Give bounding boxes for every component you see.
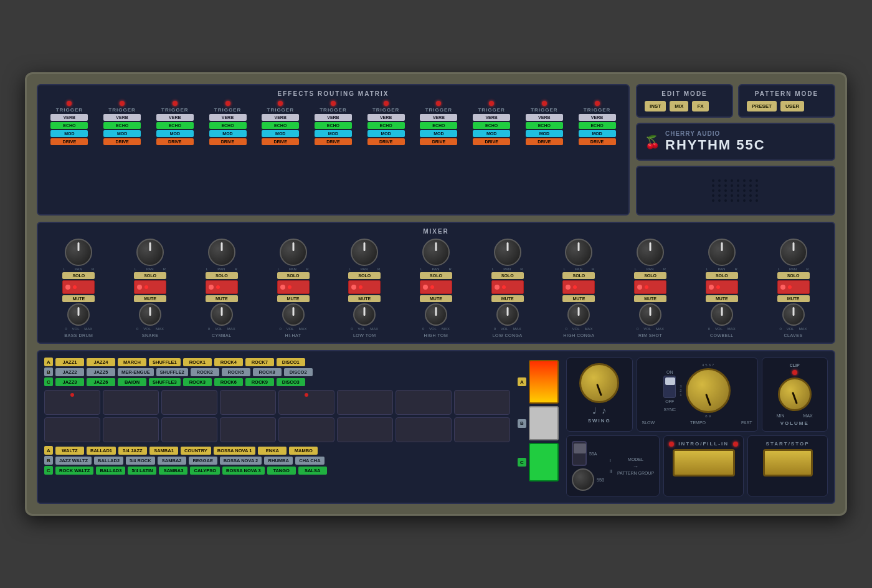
solo-rimshot[interactable]: SOLO xyxy=(634,272,666,279)
rec-btn-hihat[interactable] xyxy=(277,280,310,294)
pad-13[interactable] xyxy=(278,417,334,442)
solo-cowbell[interactable]: SOLO xyxy=(706,272,738,279)
verb-btn-6[interactable]: VERB xyxy=(315,114,352,121)
pat-jazz6[interactable]: JAZZ6 xyxy=(87,378,115,386)
pan-knob-cowbell[interactable] xyxy=(708,239,736,266)
pan-knob-bass-drum[interactable] xyxy=(65,239,92,266)
pat-rock3[interactable]: ROCK3 xyxy=(183,378,212,386)
vol-knob-cymbal[interactable] xyxy=(211,303,233,326)
pat-shuffle1[interactable]: SHUFFLE1 xyxy=(149,358,181,366)
swing-knob[interactable] xyxy=(579,363,619,403)
pat-mambo[interactable]: MAMBO xyxy=(289,447,318,455)
vol-knob-bass-drum[interactable] xyxy=(67,303,90,326)
solo-bass-drum[interactable]: SOLO xyxy=(62,272,95,279)
pat-bossanova2[interactable]: BOSSA NOVA 2 xyxy=(220,457,262,465)
mute-snare[interactable]: MUTE xyxy=(134,295,166,302)
solo-claves[interactable]: SOLO xyxy=(777,272,810,279)
verb-btn-1[interactable]: VERB xyxy=(50,114,88,121)
verb-btn-4[interactable]: VERB xyxy=(209,114,247,121)
verb-btn-2[interactable]: VERB xyxy=(103,114,141,121)
drive-btn-2[interactable]: DRIVE xyxy=(103,138,141,145)
pat-disco3[interactable]: DISCO3 xyxy=(277,378,305,386)
pad-8[interactable] xyxy=(454,390,510,415)
model-55a-switch[interactable] xyxy=(572,441,587,466)
level-b-block[interactable] xyxy=(529,406,559,440)
vol-knob-snare[interactable] xyxy=(139,303,161,326)
mod-btn-10[interactable]: MOD xyxy=(526,130,563,137)
echo-btn-7[interactable]: ECHO xyxy=(367,122,405,129)
verb-btn-9[interactable]: VERB xyxy=(473,114,510,121)
rec-btn-highconga[interactable] xyxy=(562,280,595,294)
mod-btn-9[interactable]: MOD xyxy=(473,130,510,137)
echo-btn-4[interactable]: ECHO xyxy=(209,122,247,129)
verb-btn-3[interactable]: VERB xyxy=(156,114,194,121)
pat-rock8[interactable]: ROCK8 xyxy=(253,368,282,376)
sync-toggle[interactable] xyxy=(663,376,676,398)
solo-hihat[interactable]: SOLO xyxy=(277,272,310,279)
echo-btn-8[interactable]: ECHO xyxy=(420,122,457,129)
mod-btn-6[interactable]: MOD xyxy=(315,130,352,137)
pat-jazz2[interactable]: JAZZ2 xyxy=(55,368,84,376)
volume-knob[interactable] xyxy=(778,377,812,411)
drive-btn-3[interactable]: DRIVE xyxy=(156,138,194,145)
pad-7[interactable] xyxy=(396,390,452,415)
pat-waltz[interactable]: WALTZ xyxy=(55,447,84,455)
pan-knob-lowtom[interactable] xyxy=(351,239,378,266)
rec-btn-hightom[interactable] xyxy=(420,280,452,294)
level-c-block[interactable] xyxy=(529,443,559,481)
pat-jazz1[interactable]: JAZZ1 xyxy=(55,358,84,366)
mute-rimshot[interactable]: MUTE xyxy=(634,295,666,302)
solo-snare[interactable]: SOLO xyxy=(134,272,166,279)
solo-hightom[interactable]: SOLO xyxy=(420,272,452,279)
pad-4[interactable] xyxy=(220,390,276,415)
verb-btn-8[interactable]: VERB xyxy=(420,114,457,121)
pat-rock5[interactable]: ROCK5 xyxy=(222,368,250,376)
mute-lowtom[interactable]: MUTE xyxy=(348,295,381,302)
mute-hihat[interactable]: MUTE xyxy=(277,295,310,302)
pat-disco2[interactable]: DISCO2 xyxy=(284,368,313,376)
pat-54rock[interactable]: 5/4 ROCK xyxy=(126,457,155,465)
pat-jazz3[interactable]: JAZZ3 xyxy=(55,378,84,386)
pad-5[interactable] xyxy=(278,390,334,415)
pattern-preset-btn[interactable]: PRESET xyxy=(747,101,777,111)
pan-knob-hightom[interactable] xyxy=(422,239,450,266)
pad-11[interactable] xyxy=(161,417,217,442)
echo-btn-5[interactable]: ECHO xyxy=(262,122,299,129)
pan-knob-rimshot[interactable] xyxy=(637,239,664,266)
pat-calypso[interactable]: CALYPSO xyxy=(190,467,220,475)
rec-btn-lowconga[interactable] xyxy=(491,280,524,294)
mute-cowbell[interactable]: MUTE xyxy=(706,295,738,302)
pat-reggae[interactable]: REGGAE xyxy=(189,457,217,465)
pat-enka[interactable]: ENKA xyxy=(258,447,287,455)
mod-btn-11[interactable]: MOD xyxy=(579,130,616,137)
pad-12[interactable] xyxy=(220,417,276,442)
vol-knob-rimshot[interactable] xyxy=(639,303,661,326)
pat-shuffle3[interactable]: SHUFFLE3 xyxy=(149,378,181,386)
pat-country[interactable]: COUNTRY xyxy=(181,447,211,455)
rec-btn-cymbal[interactable] xyxy=(206,280,238,294)
pat-ballad1[interactable]: BALLAD1 xyxy=(87,447,116,455)
pat-ballad2[interactable]: BALLAD2 xyxy=(94,457,123,465)
pat-march[interactable]: MARCH xyxy=(118,358,146,366)
pan-knob-highconga[interactable] xyxy=(565,239,592,266)
drive-btn-4[interactable]: DRIVE xyxy=(209,138,247,145)
pan-knob-hihat[interactable] xyxy=(280,239,307,266)
pad-6[interactable] xyxy=(337,390,393,415)
pat-jazz4[interactable]: JAZZ4 xyxy=(87,358,115,366)
verb-btn-7[interactable]: VERB xyxy=(367,114,405,121)
start-stop-button[interactable] xyxy=(763,449,813,477)
rec-btn-lowtom[interactable] xyxy=(348,280,381,294)
vol-knob-hihat[interactable] xyxy=(282,303,305,326)
pat-merengue[interactable]: MER-ENGUE xyxy=(118,368,154,376)
pat-bossanova3[interactable]: BOSSA NOVA 3 xyxy=(222,467,265,475)
solo-cymbal[interactable]: SOLO xyxy=(206,272,238,279)
drive-btn-10[interactable]: DRIVE xyxy=(526,138,563,145)
mute-claves[interactable]: MUTE xyxy=(777,295,810,302)
pad-15[interactable] xyxy=(396,417,452,442)
echo-btn-3[interactable]: ECHO xyxy=(156,122,194,129)
pat-rock6[interactable]: ROCK6 xyxy=(214,378,243,386)
vol-knob-lowconga[interactable] xyxy=(496,303,519,326)
verb-btn-5[interactable]: VERB xyxy=(262,114,299,121)
pat-chacha[interactable]: CHA CHA xyxy=(295,457,324,465)
pat-jazz5[interactable]: JAZZ5 xyxy=(87,368,115,376)
